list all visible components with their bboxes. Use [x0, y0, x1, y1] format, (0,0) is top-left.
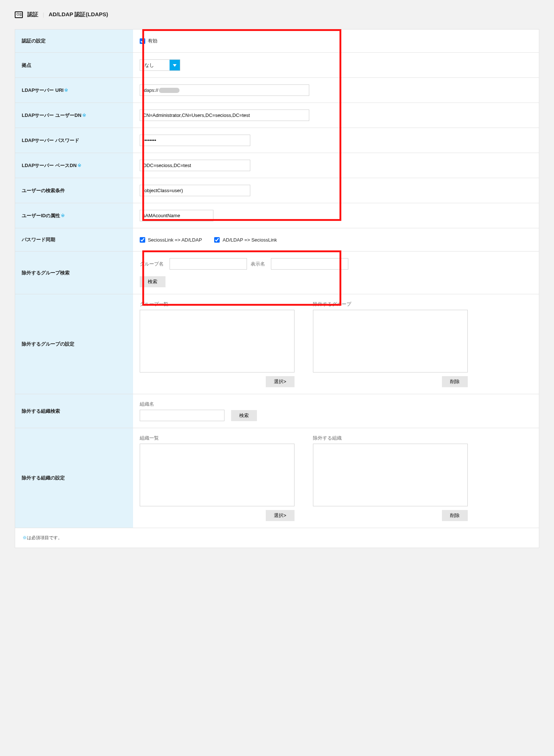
ldap-user-dn-input[interactable]: [140, 110, 309, 121]
group-name-input[interactable]: [170, 258, 247, 270]
org-name-input[interactable]: [140, 410, 224, 421]
label-site: 拠点: [15, 53, 133, 78]
row-user-search: ユーザーの検索条件: [15, 178, 539, 203]
site-select-value: なし: [140, 60, 170, 70]
row-exclude-group-setting: 除外するグループの設定 グループ一覧 選択> 除外するグループ 削除: [15, 294, 539, 394]
exclude-org-label: 除外する組織: [313, 435, 468, 441]
enabled-label: 有効: [148, 38, 157, 44]
label-exclude-group-setting: 除外するグループの設定: [15, 294, 133, 394]
row-ldap-base-dn: LDAPサーバー ベースDN※: [15, 153, 539, 178]
group-select-button[interactable]: 選択>: [266, 376, 295, 387]
org-name-label: 組織名: [140, 401, 533, 408]
ldap-base-dn-input[interactable]: [140, 160, 250, 171]
label-password-sync: パスワード同期: [15, 228, 133, 252]
row-exclude-org-setting: 除外する組織の設定 組織一覧 選択> 除外する組織 削除: [15, 428, 539, 528]
sync1-label: SeciossLink => AD/LDAP: [148, 237, 202, 243]
row-exclude-group-search: 除外するグループ検索 グループ名 表示名 検索: [15, 252, 539, 294]
label-exclude-group-search: 除外するグループ検索: [15, 252, 133, 294]
label-ldap-user-dn: LDAPサーバー ユーザーDN: [22, 112, 81, 118]
display-name-label: 表示名: [251, 261, 265, 267]
sync2-checkbox[interactable]: [214, 237, 220, 243]
row-auth-setting: 認証の設定 有効: [15, 30, 539, 53]
dropdown-icon: [170, 60, 180, 70]
ldap-password-input[interactable]: [140, 135, 250, 146]
auth-icon: [15, 11, 23, 18]
org-list-box[interactable]: [140, 444, 295, 506]
group-delete-button[interactable]: 削除: [442, 376, 468, 387]
label-exclude-org-search: 除外する組織検索: [15, 394, 133, 428]
header-separator: |: [43, 11, 44, 18]
enabled-checkbox[interactable]: [140, 38, 145, 44]
label-ldap-base-dn: LDAPサーバー ベースDN: [22, 163, 77, 168]
org-search-button[interactable]: 検索: [231, 410, 257, 421]
exclude-group-box[interactable]: [313, 310, 468, 372]
label-ldap-password: LDAPサーバー パスワード: [15, 128, 133, 153]
footer-note: ※は必須項目です。: [15, 528, 539, 548]
group-list-box[interactable]: [140, 310, 295, 372]
required-mark: ※: [82, 112, 86, 118]
row-ldap-user-dn: LDAPサーバー ユーザーDN※: [15, 103, 539, 128]
sync1-checkbox[interactable]: [140, 237, 145, 243]
ldap-uri-value[interactable]: ldaps://: [143, 87, 158, 93]
org-list-label: 組織一覧: [140, 435, 295, 441]
user-search-input[interactable]: [140, 185, 250, 196]
label-exclude-org-setting: 除外する組織の設定: [15, 428, 133, 528]
ldap-uri-redacted: [159, 88, 180, 93]
org-select-button[interactable]: 選択>: [266, 510, 295, 521]
row-user-id-attr: ユーザーIDの属性※: [15, 203, 539, 228]
exclude-group-label: 除外するグループ: [313, 301, 468, 308]
label-ldap-uri: LDAPサーバー URI: [22, 87, 63, 93]
page-title: AD/LDAP 認証(LDAPS): [49, 11, 108, 18]
label-auth-setting: 認証の設定: [15, 30, 133, 53]
display-name-input[interactable]: [271, 258, 348, 270]
row-exclude-org-search: 除外する組織検索 組織名 検索: [15, 394, 539, 428]
row-ldap-uri: LDAPサーバー URI※ ldaps://: [15, 78, 539, 103]
site-select[interactable]: なし: [140, 59, 180, 71]
org-delete-button[interactable]: 削除: [442, 510, 468, 521]
header-category: 認証: [27, 11, 38, 18]
footer-note-text: は必須項目です。: [27, 535, 62, 540]
page-header: 認証 | AD/LDAP 認証(LDAPS): [15, 11, 539, 18]
row-password-sync: パスワード同期 SeciossLink => AD/LDAP AD/LDAP =…: [15, 228, 539, 252]
group-search-button[interactable]: 検索: [140, 276, 165, 287]
label-user-id-attr: ユーザーIDの属性: [22, 213, 60, 218]
row-site: 拠点 なし: [15, 53, 539, 78]
svg-marker-0: [173, 64, 177, 67]
required-mark: ※: [77, 163, 81, 168]
exclude-org-box[interactable]: [313, 444, 468, 506]
footer-required-mark: ※: [22, 535, 27, 540]
settings-form: 認証の設定 有効 拠点 なし LDAPサーバー URI※: [15, 29, 539, 528]
label-user-search: ユーザーの検索条件: [15, 178, 133, 203]
user-id-attr-input[interactable]: [140, 210, 213, 221]
required-mark: ※: [61, 213, 65, 218]
row-ldap-password: LDAPサーバー パスワード: [15, 128, 539, 153]
required-mark: ※: [64, 87, 68, 93]
group-name-label: グループ名: [140, 261, 164, 267]
group-list-label: グループ一覧: [140, 301, 295, 308]
sync2-label: AD/LDAP => SeciossLink: [223, 237, 277, 243]
